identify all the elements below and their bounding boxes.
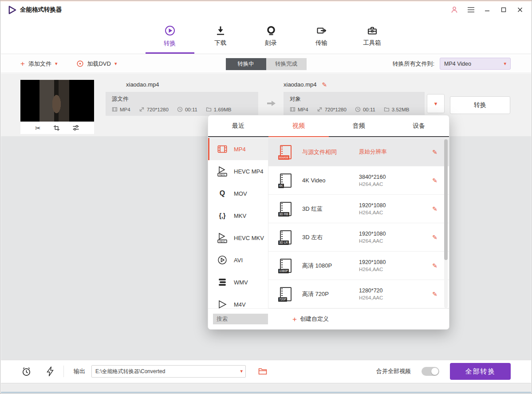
preset-edit-icon[interactable]: ✎	[432, 205, 437, 213]
mp4-film-icon	[217, 145, 228, 154]
preset-edit-icon[interactable]: ✎	[432, 177, 437, 184]
tab-toolbox[interactable]: 工具箱	[357, 18, 387, 54]
rename-edit-icon[interactable]: ✎	[322, 82, 327, 88]
source-to-target-arrow-icon	[267, 100, 276, 107]
convert-all-button[interactable]: 全部转换	[450, 363, 511, 380]
popup-tab-audio[interactable]: 音频	[329, 115, 389, 136]
format-item-avi[interactable]: AVI	[208, 249, 268, 271]
app-title: 全能格式转换器	[20, 6, 62, 14]
chevron-down-icon: ▾	[504, 61, 506, 66]
preset-edit-icon[interactable]: ✎	[432, 291, 437, 298]
target-filename: xiaodao.mp4	[284, 81, 316, 88]
schedule-alarm-icon[interactable]	[21, 366, 32, 377]
preset-edit-icon[interactable]: ✎	[432, 262, 437, 269]
scrollbar-thumb[interactable]	[444, 139, 448, 260]
m4v-play-icon	[217, 299, 228, 309]
merge-videos-toggle[interactable]	[422, 367, 439, 376]
tab-transfer[interactable]: 传输	[307, 18, 337, 54]
preset-edit-icon[interactable]: ✎	[432, 234, 437, 241]
toggle-knob	[431, 368, 438, 375]
window-bottom-strip	[1, 383, 531, 393]
popup-tab-video[interactable]: 视频	[268, 115, 329, 136]
avi-play-circle-icon	[217, 255, 228, 265]
preset-3d-redblue[interactable]: 3D RB 3D 红蓝 1920*1080 H264,AAC ✎	[268, 195, 449, 223]
format-list: MP4 HEVC HEVC MP4 Q MOV {,} MKV HEVC HEV	[208, 138, 268, 309]
window-accent-line	[0, 0, 532, 1]
chevron-down-icon: ▾	[434, 101, 437, 106]
clock-icon	[355, 106, 361, 112]
app-window: 全能格式转换器 转换	[0, 0, 532, 394]
hevc-play-icon: HEVC	[217, 166, 228, 177]
format-item-m4v[interactable]: M4V	[208, 293, 268, 309]
tab-download-label: 下载	[214, 39, 226, 47]
crop-icon[interactable]	[53, 125, 60, 131]
tab-converting[interactable]: 转换中	[226, 58, 266, 70]
folder-icon	[206, 106, 212, 112]
high-speed-bolt-icon[interactable]	[47, 366, 54, 376]
folder-icon	[384, 106, 390, 112]
target-format-dropdown-button[interactable]: ▾	[427, 94, 445, 113]
global-format-dropdown[interactable]: MP4 Video ▾	[440, 58, 511, 70]
menu-icon[interactable]	[467, 6, 475, 14]
convert-file-button[interactable]: 转换	[450, 96, 510, 114]
format-picker-popup: 最近 视频 音频 设备 MP4 HEVC HEVC MP4 Q MOV	[208, 115, 449, 330]
add-file-button[interactable]: + 添加文件 ▾	[20, 60, 57, 68]
tab-download[interactable]: 下载	[205, 18, 236, 54]
main-nav: 转换 下载 刻录 传输 工具箱	[1, 18, 531, 54]
tab-transfer-label: 传输	[315, 39, 327, 47]
format-search-input[interactable]	[213, 314, 268, 324]
chevron-down-icon: ▾	[114, 61, 117, 66]
window-edge-line	[1, 392, 531, 393]
source-resolution: 720*1280	[139, 106, 169, 112]
preset-4k-video[interactable]: 4K 4K Video 3840*2160 H264,AAC ✎	[268, 166, 449, 195]
account-icon[interactable]	[450, 6, 458, 14]
merge-videos-label: 合并全部视频	[376, 367, 411, 375]
tab-finished[interactable]: 转换完成	[266, 58, 307, 70]
format-item-hevc-mkv[interactable]: HEVC HEVC MKV	[208, 227, 268, 249]
tab-convert-label: 转换	[164, 39, 176, 47]
video-thumbnail[interactable]: ✂	[20, 80, 94, 134]
output-path-field[interactable]: ▾	[91, 365, 246, 378]
preset-hd-1080p[interactable]: 1080P 高清 1080P 1920*1080 H264,AAC ✎	[268, 252, 449, 280]
close-button[interactable]	[516, 6, 524, 14]
format-item-mkv[interactable]: {,} MKV	[208, 205, 268, 227]
toolbox-icon	[367, 25, 378, 36]
output-label: 输出	[74, 367, 85, 375]
effects-adjust-icon[interactable]	[72, 124, 79, 131]
tab-burn-label: 刻录	[265, 39, 277, 47]
preset-scrollbar[interactable]	[444, 139, 448, 308]
create-custom-button[interactable]: + 创建自定义	[292, 315, 329, 323]
format-item-mp4[interactable]: MP4	[208, 138, 268, 160]
video-file-icon: 3D RB	[280, 202, 292, 216]
popup-tab-recent[interactable]: 最近	[208, 115, 268, 136]
load-dvd-button[interactable]: 加载DVD ▾	[77, 60, 117, 68]
format-popup-footer: + 创建自定义	[208, 308, 449, 329]
chevron-down-icon[interactable]: ▾	[240, 368, 243, 374]
preset-3d-leftright[interactable]: 3D LR 3D 左右 1920*1080 H264,AAC ✎	[268, 223, 449, 252]
format-item-wmv[interactable]: WMV	[208, 271, 268, 293]
source-filename: xiaodao.mp4	[126, 81, 159, 88]
chevron-down-icon: ▾	[55, 61, 58, 66]
format-item-mov[interactable]: Q MOV	[208, 182, 268, 205]
quicktime-q-icon: Q	[217, 189, 228, 197]
preset-hd-720p[interactable]: 720P 高清 720P 1280*720 H264,AAC ✎	[268, 280, 449, 308]
tab-burn[interactable]: 刻录	[256, 18, 286, 54]
open-output-folder-icon[interactable]	[258, 368, 267, 375]
burn-disc-icon	[266, 25, 276, 36]
plus-icon: +	[292, 315, 297, 323]
preset-list: source 与源文件相同 原始分辨率 ✎ 4K 4K Video 3840*2…	[268, 138, 449, 309]
output-path-input[interactable]	[91, 365, 246, 378]
popup-tab-device[interactable]: 设备	[389, 115, 449, 136]
format-item-hevc-mp4[interactable]: HEVC HEVC MP4	[208, 160, 268, 182]
app-logo-icon	[8, 6, 16, 14]
minimize-button[interactable]	[483, 6, 491, 14]
video-file-icon: 3D LR	[280, 230, 292, 244]
preset-same-as-source[interactable]: source 与源文件相同 原始分辨率 ✎	[268, 138, 449, 166]
divider	[63, 366, 64, 377]
matroska-braces-icon: {,}	[217, 212, 228, 219]
film-icon	[112, 106, 118, 112]
preset-edit-icon[interactable]: ✎	[432, 149, 437, 156]
maximize-button[interactable]	[500, 6, 508, 14]
tab-convert[interactable]: 转换	[155, 18, 185, 54]
trim-scissors-icon[interactable]: ✂	[35, 125, 41, 131]
